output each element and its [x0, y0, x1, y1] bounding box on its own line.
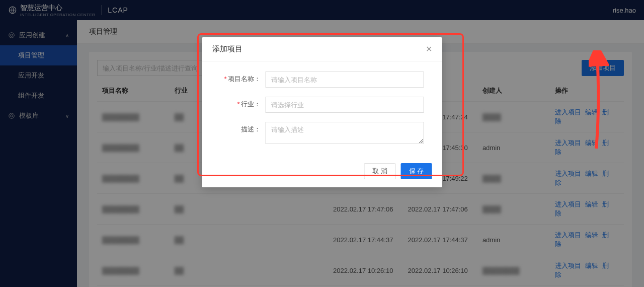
label-project-name: *项目名称：: [220, 71, 261, 84]
modal-title: 添加项目: [212, 44, 243, 54]
close-icon[interactable]: ✕: [426, 44, 432, 54]
label-description: 描述：: [220, 122, 261, 134]
modal-footer: 取 消 保 存: [202, 158, 442, 187]
add-project-modal: 添加项目 ✕ *项目名称： *行业： 描述： 取 消 保 存: [202, 37, 442, 187]
description-input[interactable]: [266, 122, 424, 144]
label-industry: *行业：: [220, 97, 261, 109]
cancel-button[interactable]: 取 消: [364, 163, 396, 179]
industry-select[interactable]: [266, 97, 424, 113]
modal-header: 添加项目 ✕: [202, 37, 442, 61]
modal-body: *项目名称： *行业： 描述：: [202, 61, 442, 158]
project-name-input[interactable]: [266, 71, 424, 88]
save-button[interactable]: 保 存: [401, 163, 432, 179]
